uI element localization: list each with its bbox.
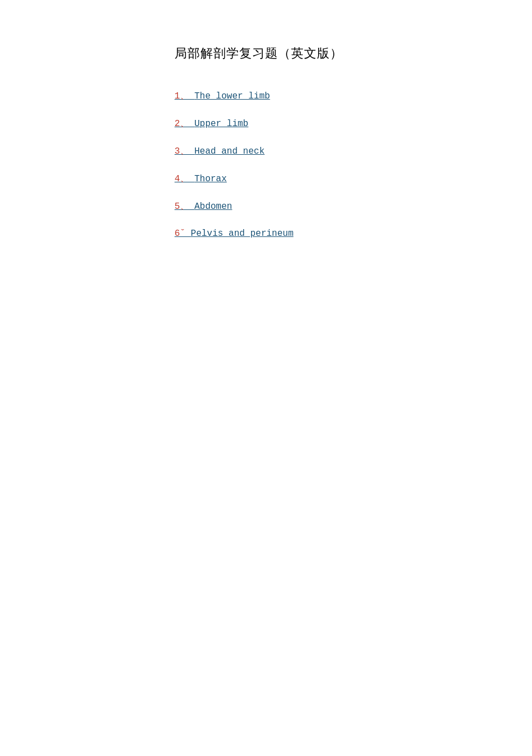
page-title: 局部解剖学复习题（英文版） [175, 45, 487, 62]
menu-num-4: 4、 [175, 174, 194, 184]
menu-link-4[interactable]: 4、 Thorax [175, 173, 227, 185]
menu-label-4: Thorax [194, 174, 227, 184]
menu-label-1: The lower limb [194, 91, 270, 101]
menu-num-2: 2、 [175, 119, 194, 129]
list-item: 6ˇ Pelvis and perineum [175, 228, 487, 239]
content-area: 局部解剖学复习题（英文版） 1、 The lower limb2、 Upper … [175, 45, 487, 239]
menu-link-1[interactable]: 1、 The lower limb [175, 90, 270, 102]
list-item: 2、 Upper limb [175, 118, 487, 129]
menu-link-3[interactable]: 3、 Head and neck [175, 145, 265, 157]
menu-label-5: Abdomen [194, 202, 232, 212]
menu-label-2: Upper limb [194, 119, 248, 129]
menu-link-5[interactable]: 5、 Abdomen [175, 200, 232, 212]
menu-label-3: Head and neck [194, 146, 265, 156]
list-item: 5、 Abdomen [175, 200, 487, 212]
menu-link-6[interactable]: 6ˇ Pelvis and perineum [175, 229, 293, 239]
menu-label-6: Pelvis and perineum [191, 229, 293, 239]
list-item: 1、 The lower limb [175, 90, 487, 102]
menu-num-6: 6ˇ [175, 229, 191, 239]
list-item: 3、 Head and neck [175, 145, 487, 157]
menu-num-5: 5、 [175, 202, 194, 212]
menu-num-3: 3、 [175, 146, 194, 156]
menu-link-2[interactable]: 2、 Upper limb [175, 118, 248, 129]
list-item: 4、 Thorax [175, 173, 487, 185]
menu-list: 1、 The lower limb2、 Upper limb3、 Head an… [175, 90, 487, 239]
page: 局部解剖学复习题（英文版） 1、 The lower limb2、 Upper … [0, 0, 532, 756]
menu-num-1: 1、 [175, 91, 194, 101]
